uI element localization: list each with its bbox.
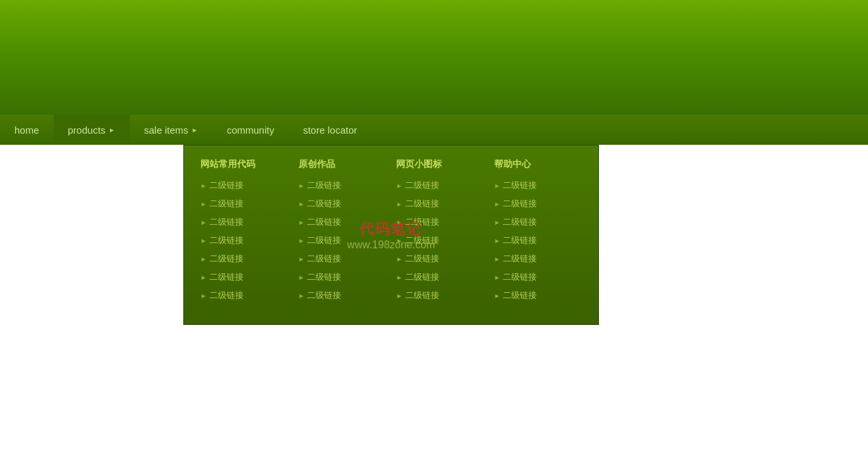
dropdown-link-col1-0[interactable]: ►二级链接	[200, 180, 289, 191]
link-arrow: ►	[298, 219, 305, 226]
link-arrow: ►	[200, 200, 207, 208]
link-arrow: ►	[396, 200, 403, 208]
dropdown-link-col2-4[interactable]: ►二级链接	[298, 253, 387, 265]
link-arrow: ►	[298, 200, 305, 208]
dropdown-link-col1-4[interactable]: ►二级链接	[200, 253, 289, 265]
link-arrow: ►	[200, 219, 207, 226]
link-arrow: ►	[396, 274, 403, 281]
nav-label-sale-items: sale items	[144, 124, 189, 136]
nav-label-products: products	[68, 124, 106, 136]
link-text: 二级链接	[405, 198, 439, 210]
nav-label-home: home	[14, 124, 39, 136]
link-text: 二级链接	[503, 271, 537, 283]
link-arrow: ►	[396, 219, 403, 226]
dropdown-link-col3-2[interactable]: ►二级链接	[396, 216, 484, 228]
link-arrow: ►	[494, 200, 501, 208]
link-text: 二级链接	[209, 180, 244, 191]
dropdown-col-col1: 网站常用代码►二级链接►二级链接►二级链接►二级链接►二级链接►二级链接►二级链…	[200, 159, 289, 308]
link-arrow: ►	[396, 182, 403, 189]
link-text: 二级链接	[307, 235, 341, 246]
link-text: 二级链接	[503, 290, 537, 301]
link-arrow: ►	[494, 274, 501, 281]
link-arrow: ►	[298, 255, 305, 263]
products-dropdown-arrow: ►	[109, 126, 115, 134]
dropdown-link-col3-1[interactable]: ►二级链接	[396, 198, 484, 210]
link-arrow: ►	[200, 182, 207, 189]
sale-items-dropdown-arrow: ►	[192, 126, 198, 134]
link-arrow: ►	[200, 274, 207, 281]
dropdown-grid: 网站常用代码►二级链接►二级链接►二级链接►二级链接►二级链接►二级链接►二级链…	[200, 159, 582, 308]
dropdown-col-col2: 原创作品►二级链接►二级链接►二级链接►二级链接►二级链接►二级链接►二级链接	[298, 159, 387, 308]
dropdown-link-col3-4[interactable]: ►二级链接	[396, 253, 484, 265]
dropdown-col-title-col1: 网站常用代码	[200, 159, 289, 170]
nav-item-community[interactable]: community	[212, 115, 289, 145]
dropdown-link-col4-6[interactable]: ►二级链接	[494, 290, 583, 301]
link-arrow: ►	[298, 292, 305, 299]
link-text: 二级链接	[405, 271, 439, 283]
dropdown-link-col1-6[interactable]: ►二级链接	[200, 290, 289, 301]
dropdown-link-col4-0[interactable]: ►二级链接	[494, 180, 583, 191]
link-arrow: ►	[494, 219, 501, 226]
dropdown-link-col3-5[interactable]: ►二级链接	[396, 271, 484, 283]
nav-item-home[interactable]: home	[0, 115, 54, 145]
link-text: 二级链接	[405, 216, 439, 228]
link-arrow: ►	[396, 292, 403, 299]
dropdown-link-col4-4[interactable]: ►二级链接	[494, 253, 583, 265]
dropdown-link-col3-6[interactable]: ►二级链接	[396, 290, 484, 301]
dropdown-link-col3-3[interactable]: ►二级链接	[396, 235, 484, 246]
link-text: 二级链接	[307, 290, 341, 301]
link-text: 二级链接	[209, 271, 244, 283]
dropdown-link-col2-0[interactable]: ►二级链接	[298, 180, 387, 191]
nav-item-products[interactable]: products ►	[54, 115, 130, 145]
nav-item-sale-items[interactable]: sale items ►	[130, 115, 212, 145]
link-text: 二级链接	[405, 235, 439, 246]
link-text: 二级链接	[307, 216, 341, 228]
dropdown-link-col2-6[interactable]: ►二级链接	[298, 290, 387, 301]
dropdown-link-col2-3[interactable]: ►二级链接	[298, 235, 387, 246]
link-arrow: ►	[298, 274, 305, 281]
dropdown-link-col4-2[interactable]: ►二级链接	[494, 216, 583, 228]
nav-label-store-locator: store locator	[303, 124, 357, 136]
nav-label-community: community	[226, 124, 274, 136]
dropdown-link-col1-2[interactable]: ►二级链接	[200, 216, 289, 228]
link-arrow: ►	[298, 237, 305, 244]
nav-item-store-locator[interactable]: store locator	[289, 115, 372, 145]
link-text: 二级链接	[503, 216, 537, 228]
link-text: 二级链接	[209, 216, 244, 228]
dropdown-col-title-col4: 帮助中心	[494, 159, 583, 170]
dropdown-link-col2-2[interactable]: ►二级链接	[298, 216, 387, 228]
navbar: home products ► sale items ► community s…	[0, 115, 868, 145]
link-text: 二级链接	[209, 253, 244, 265]
dropdown-link-col2-5[interactable]: ►二级链接	[298, 271, 387, 283]
link-text: 二级链接	[209, 198, 244, 210]
link-arrow: ►	[396, 255, 403, 263]
link-arrow: ►	[200, 237, 207, 244]
link-arrow: ►	[200, 292, 207, 299]
dropdown-link-col1-5[interactable]: ►二级链接	[200, 271, 289, 283]
link-text: 二级链接	[405, 180, 439, 191]
dropdown-col-title-col2: 原创作品	[298, 159, 387, 170]
link-text: 二级链接	[503, 253, 537, 265]
dropdown-link-col3-0[interactable]: ►二级链接	[396, 180, 484, 191]
dropdown-link-col1-3[interactable]: ►二级链接	[200, 235, 289, 246]
link-text: 二级链接	[503, 198, 537, 210]
link-text: 二级链接	[209, 235, 244, 246]
link-arrow: ►	[494, 255, 501, 263]
link-arrow: ►	[494, 292, 501, 299]
dropdown-col-col3: 网页小图标►二级链接►二级链接►二级链接►二级链接►二级链接►二级链接►二级链接	[396, 159, 484, 308]
dropdown-link-col4-1[interactable]: ►二级链接	[494, 198, 583, 210]
dropdown-link-col4-5[interactable]: ►二级链接	[494, 271, 583, 283]
dropdown-link-col2-1[interactable]: ►二级链接	[298, 198, 387, 210]
dropdown-link-col4-3[interactable]: ►二级链接	[494, 235, 583, 246]
link-arrow: ►	[396, 237, 403, 244]
dropdown-col-title-col3: 网页小图标	[396, 159, 484, 170]
link-text: 二级链接	[307, 271, 341, 283]
link-text: 二级链接	[405, 290, 439, 301]
link-arrow: ►	[494, 182, 501, 189]
link-text: 二级链接	[503, 180, 537, 191]
header-banner	[0, 0, 868, 115]
link-arrow: ►	[494, 237, 501, 244]
dropdown-link-col1-1[interactable]: ►二级链接	[200, 198, 289, 210]
link-text: 二级链接	[307, 253, 341, 265]
link-text: 二级链接	[209, 290, 244, 301]
